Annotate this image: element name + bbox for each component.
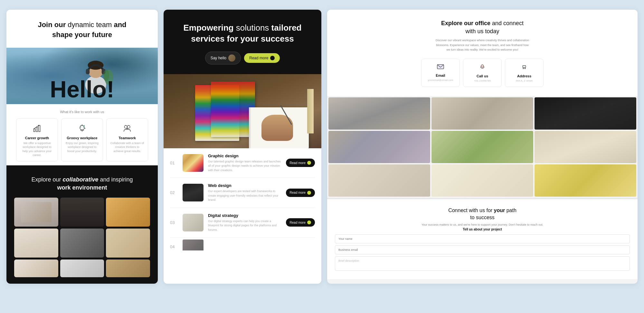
panel-middle-hero: Empowering solutions tailored services f… [164,10,321,74]
hero-image-inner: Hello! [6,48,158,104]
right-headline-and-connect: and connect [492,20,524,26]
service-btn-label-3: Read more [290,221,306,224]
service-btn-3[interactable]: Read more [286,218,315,227]
service-thumb-3 [183,214,204,231]
contact-headline-your: your [494,208,505,213]
middle-hero-image [164,74,321,148]
service-number-1: 01 [170,161,178,165]
service-number-3: 03 [170,220,178,225]
service-number-2: 02 [170,190,178,195]
svg-point-16 [124,125,127,128]
hero-buttons: Say hello Read more [173,52,312,64]
contact-value-email: youremail@email.com [427,79,454,82]
contact-card-phone: Call us +01-23456789 [463,59,502,87]
contact-headline-path: path [507,208,516,213]
svg-rect-20 [437,64,444,69]
service-btn-label-1: Read more [290,161,306,165]
service-btn-dot-2 [307,191,311,195]
dark-headline-line2: work environment [57,184,107,191]
contact-value-address: 664 A, Z street [510,79,538,82]
service-btn-dot-3 [307,220,311,224]
workplace-icon [77,123,87,133]
service-thumb-1 [183,154,204,172]
read-more-dot-icon [270,56,275,60]
feature-card-career: Career growth We offer a supportive work… [16,118,58,161]
dark-headline-highlight: collaborative [62,176,98,183]
gallery-cell-4 [14,229,58,258]
contact-headline-p1: Connect with us for [448,208,492,213]
middle-headline-tailored: tailored [271,23,302,33]
svg-rect-28 [523,65,526,67]
service-desc-2: Our expert developers are tested with fr… [208,189,281,202]
middle-headline-line2: services for your success [191,34,294,44]
service-title-1: Graphic design [208,153,281,158]
contact-form-section: Connect with us for your path to success… [327,198,638,279]
svg-point-17 [127,125,130,128]
feature-title-workplace: Groovy workplace [65,136,99,140]
read-more-label: Read more [249,56,268,60]
email-input[interactable] [335,245,630,254]
panel-left: Join our dynamic team and shape your fut… [6,10,158,284]
middle-hero-headline: Empowering solutions tailored services f… [173,23,312,44]
service-title-2: Web design [208,183,281,188]
feature-desc-teamwork: Collaborate with a team of creative thin… [110,141,145,153]
service-desc-1: Our talented graphic design team release… [208,160,281,173]
service-btn-dot-1 [307,161,311,165]
right-top-desc: Discover our vibrant workspace where cre… [434,38,531,52]
contact-cards: Email youremail@email.com Call [335,59,630,87]
contact-form-desc: Your success matters to us, and we're he… [335,223,630,226]
dark-headline-p1: Explore our [31,176,61,183]
gallery-cell-6 [106,229,150,258]
service-info-1: Graphic design Our talented graphic desi… [208,153,281,173]
name-input[interactable] [335,234,630,243]
svg-point-10 [38,125,40,126]
office-gallery-cell-5 [431,131,533,163]
phone-icon [469,64,496,72]
service-number-4: 04 [170,244,178,249]
panel-left-top: Join our dynamic team and shape your fut… [6,10,158,48]
contact-headline-line2: to success [470,215,495,220]
page-wrapper: Join our dynamic team and shape your fut… [6,10,638,284]
gallery-cell-9 [106,259,150,277]
features-grid: Career growth We offer a supportive work… [14,118,150,161]
address-icon [510,64,538,72]
left-gallery-grid [14,198,150,258]
feature-title-teamwork: Teamwork [110,136,145,140]
svg-point-23 [481,65,484,68]
feature-title-career: Career growth [20,136,54,140]
contact-card-email: Email youremail@email.com [421,59,460,87]
description-field[interactable]: Brief description [335,256,630,271]
service-info-2: Web design Our expert developers are tes… [208,183,281,202]
feature-desc-career: We offer a supportive workplace designed… [20,141,54,157]
service-thumb-2 [183,184,204,201]
service-info-3: Digital strategy Our digital strategy ex… [208,213,281,232]
office-gallery-cell-2 [431,97,533,130]
service-item-3: 03 Digital strategy Our digital strategy… [170,208,315,238]
contact-form-headline: Connect with us for your path to success [335,207,630,221]
gallery-cell-2 [60,198,104,227]
feature-card-workplace: Groovy workplace Enjoy our green, inspir… [61,118,103,161]
left-gallery-bottom [14,259,150,277]
gallery-cell-8 [60,259,104,277]
svg-rect-8 [36,127,37,132]
panel-right: Explore our office and connect with us t… [327,10,638,284]
service-thumb-4 [183,240,204,251]
office-gallery-cell-8 [431,164,533,197]
say-hello-button[interactable]: Say hello [205,52,241,64]
feature-card-teamwork: Teamwork Collaborate with a team of crea… [106,118,148,161]
service-btn-1[interactable]: Read more [286,159,315,167]
gallery-cell-7 [14,259,58,277]
service-btn-2[interactable]: Read more [286,189,315,197]
svg-rect-3 [86,69,90,74]
gallery-cell-3 [106,198,150,227]
contact-card-address: Address 664 A, Z street [505,59,544,87]
description-placeholder: Brief description [338,259,359,262]
say-hello-label: Say hello [211,56,226,60]
email-icon [427,64,454,72]
read-more-button[interactable]: Read more [244,53,280,63]
service-title-3: Digital strategy [208,213,281,218]
tell-project-label: Tell us about your project [335,228,630,231]
panel-middle: Empowering solutions tailored services f… [164,10,321,284]
contact-label-phone: Call us [469,74,496,78]
office-gallery-cell-7 [328,164,430,197]
